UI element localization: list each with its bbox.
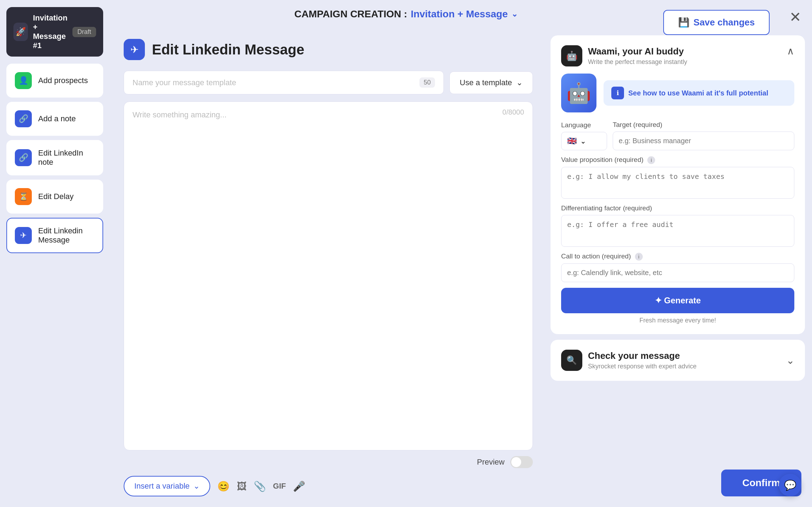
check-card-header: 🔍 Check your message Skyrocket response …: [561, 350, 794, 371]
sidebar-item-edit-delay[interactable]: ⏳ Edit Delay: [6, 180, 103, 214]
cta-input[interactable]: [561, 263, 794, 282]
check-title: Check your message: [588, 350, 696, 361]
check-message-card: 🔍 Check your message Skyrocket response …: [551, 340, 805, 381]
chevron-down-icon: ⌄: [516, 78, 523, 87]
campaign-label: CAMPAIGN CREATION :: [294, 8, 407, 20]
sidebar: 🚀 Invitation + Message #1 Draft 👤 Add pr…: [0, 0, 110, 507]
main-header: ✈ Edit Linkedin Message: [124, 39, 533, 60]
generate-label: ✦ Generate: [655, 296, 701, 305]
value-prop-info-icon[interactable]: i: [647, 156, 655, 164]
robot-avatar: 🤖: [561, 74, 596, 112]
main-title: Edit Linkedin Message: [152, 42, 304, 58]
language-target-row: Language 🇬🇧 ⌄ Target (required): [561, 121, 794, 150]
use-template-label: Use a template: [460, 78, 512, 87]
message-char-count: 0/8000: [502, 108, 524, 116]
sidebar-header: 🚀 Invitation + Message #1 Draft: [6, 7, 103, 57]
draft-badge: Draft: [72, 27, 96, 37]
target-group: Target (required): [613, 121, 794, 150]
sidebar-item-edit-linkedin-message[interactable]: ✈ Edit Linkedin Message: [6, 218, 103, 253]
chat-icon: 💬: [784, 479, 796, 491]
value-prop-group: Value proposition (required) i: [561, 156, 794, 199]
diff-factor-label: Differentiating factor (required): [561, 204, 794, 212]
edit-linkedin-message-icon: ✈: [15, 227, 32, 244]
ai-title: Waami, your AI buddy: [588, 46, 687, 57]
diff-factor-input[interactable]: [561, 215, 794, 247]
main-content: ✈ Edit Linkedin Message Name your messag…: [113, 28, 543, 507]
collapse-ai-button[interactable]: ∧: [787, 45, 794, 57]
preview-toggle[interactable]: [510, 456, 533, 468]
image-icon[interactable]: 🖼: [237, 480, 247, 492]
ai-buddy-card: 🤖 Waami, your AI buddy Write the perfect…: [551, 35, 805, 334]
chat-bubble-button[interactable]: 💬: [779, 474, 801, 496]
chevron-down-icon: ⌄: [580, 137, 586, 145]
char-limit: 50: [419, 77, 435, 88]
diff-factor-group: Differentiating factor (required): [561, 204, 794, 247]
save-icon: 💾: [678, 17, 689, 28]
attachment-icon[interactable]: 📎: [254, 480, 266, 492]
sidebar-item-label: Edit Delay: [38, 192, 73, 201]
main-header-icon: ✈: [124, 39, 145, 60]
see-waami-label: See how to use Waami at it's full potent…: [628, 88, 768, 98]
preview-row: Preview: [124, 450, 533, 471]
value-prop-label: Value proposition (required) i: [561, 156, 794, 164]
sidebar-item-label: Edit Linkedin Message: [38, 226, 95, 245]
sidebar-item-label: Add prospects: [38, 76, 88, 85]
chevron-down-icon: ⌄: [193, 482, 200, 491]
insert-variable-label: Insert a variable: [134, 482, 190, 491]
gif-icon[interactable]: GIF: [273, 482, 286, 491]
check-title-group: Check your message Skyrocket response wi…: [588, 350, 696, 370]
emoji-icon[interactable]: 😊: [217, 480, 230, 492]
template-name-input[interactable]: Name your message template 50: [124, 71, 444, 94]
cta-label: Call to action (required) i: [561, 252, 794, 261]
check-subtitle: Skyrocket response with expert advice: [588, 363, 696, 370]
campaign-title: CAMPAIGN CREATION : Invitation + Message…: [294, 8, 518, 20]
edit-linkedin-note-icon: 🔗: [15, 149, 32, 166]
ai-card-title-group: Waami, your AI buddy Write the perfect m…: [588, 46, 687, 66]
ai-card-header-left: 🤖 Waami, your AI buddy Write the perfect…: [561, 45, 687, 66]
preview-label: Preview: [477, 458, 505, 467]
ai-buddy-icon: 🤖: [561, 45, 582, 66]
see-waami-button[interactable]: ℹ See how to use Waami at it's full pote…: [604, 80, 794, 106]
language-select[interactable]: 🇬🇧 ⌄: [561, 132, 607, 150]
chevron-down-icon: ⌄: [511, 10, 518, 19]
check-message-icon: 🔍: [561, 350, 582, 371]
ai-subtitle: Write the perfect message instantly: [588, 58, 687, 66]
flag-icon: 🇬🇧: [567, 136, 577, 146]
sidebar-item-add-note[interactable]: 🔗 Add a note: [6, 102, 103, 136]
add-prospects-icon: 👤: [15, 72, 32, 89]
message-placeholder: Write something amazing...: [133, 110, 226, 119]
close-button[interactable]: ✕: [789, 10, 801, 24]
sidebar-item-label: Edit LinkedIn note: [38, 148, 95, 167]
add-note-icon: 🔗: [15, 110, 32, 127]
generate-button[interactable]: ✦ Generate: [561, 288, 794, 313]
ai-robot-container: 🤖 ℹ See how to use Waami at it's full po…: [561, 74, 794, 112]
microphone-icon[interactable]: 🎤: [293, 480, 305, 492]
target-input[interactable]: [613, 132, 794, 150]
right-panel: 🤖 Waami, your AI buddy Write the perfect…: [543, 28, 812, 507]
ai-card-header: 🤖 Waami, your AI buddy Write the perfect…: [561, 45, 794, 66]
fresh-message: Fresh message every time!: [561, 317, 794, 324]
language-label: Language: [561, 121, 607, 129]
cta-group: Call to action (required) i: [561, 252, 794, 282]
save-changes-label: Save changes: [694, 17, 755, 28]
value-prop-input[interactable]: [561, 167, 794, 199]
use-template-button[interactable]: Use a template ⌄: [449, 71, 533, 94]
toolbar: Insert a variable ⌄ 😊 🖼 📎 GIF 🎤: [124, 471, 533, 500]
sidebar-header-text: Invitation + Message #1: [33, 13, 67, 50]
target-label: Target (required): [613, 121, 794, 129]
campaign-type: Invitation + Message: [411, 8, 508, 20]
message-area[interactable]: Write something amazing... 0/8000: [124, 101, 533, 450]
confirm-label: Confirm: [742, 477, 780, 488]
edit-delay-icon: ⏳: [15, 188, 32, 205]
sidebar-item-add-prospects[interactable]: 👤 Add prospects: [6, 64, 103, 98]
cta-info-icon[interactable]: i: [635, 253, 643, 261]
sidebar-item-edit-linkedin-note[interactable]: 🔗 Edit LinkedIn note: [6, 140, 103, 175]
insert-variable-button[interactable]: Insert a variable ⌄: [124, 476, 210, 496]
template-name-placeholder: Name your message template: [133, 78, 236, 87]
check-card-left: 🔍 Check your message Skyrocket response …: [561, 350, 696, 371]
language-group: Language 🇬🇧 ⌄: [561, 121, 607, 150]
collapse-check-button[interactable]: ⌄: [786, 355, 794, 366]
sidebar-header-icon: 🚀: [13, 23, 28, 41]
template-row: Name your message template 50 Use a temp…: [124, 71, 533, 94]
sidebar-campaign-title: Invitation + Message #1: [33, 13, 67, 50]
